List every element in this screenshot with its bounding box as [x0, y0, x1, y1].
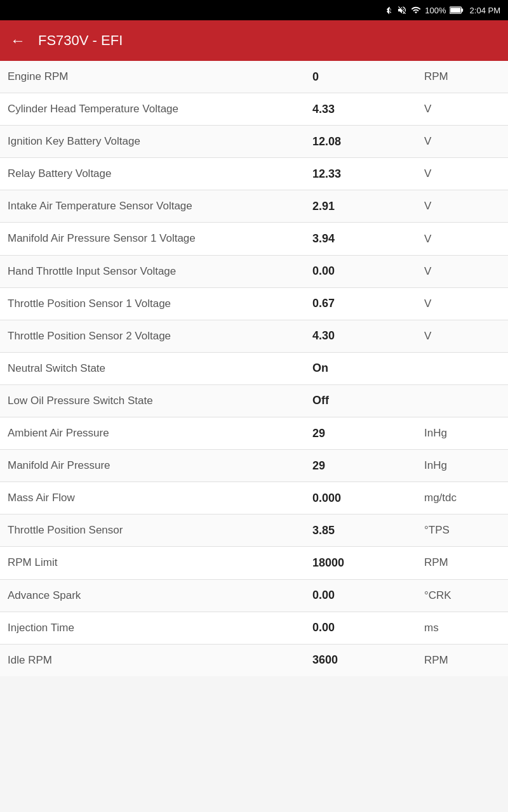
row-unit: InHg [417, 450, 508, 482]
row-label: Low Oil Pressure Switch State [0, 384, 305, 417]
row-label: Ignition Key Battery Voltage [0, 126, 305, 158]
row-unit: °TPS [417, 514, 508, 547]
row-label: Manifold Air Pressure Sensor 1 Voltage [0, 223, 305, 255]
table-row: Relay Battery Voltage12.33V [0, 158, 508, 190]
table-row: Throttle Position Sensor3.85°TPS [0, 514, 508, 547]
mute-icon [397, 5, 407, 15]
svg-rect-1 [450, 8, 460, 13]
row-value: 0.00 [305, 579, 417, 612]
row-label: Manifold Air Pressure [0, 450, 305, 482]
table-row: RPM Limit18000RPM [0, 547, 508, 579]
row-unit: °CRK [417, 579, 508, 612]
svg-rect-2 [461, 8, 463, 11]
row-value: On [305, 352, 417, 384]
row-unit [417, 352, 508, 384]
row-unit: V [417, 126, 508, 158]
row-value: Off [305, 384, 417, 417]
row-value: 4.30 [305, 320, 417, 352]
table-row: Ignition Key Battery Voltage12.08V [0, 126, 508, 158]
efi-data-table: Engine RPM0RPMCylinder Head Temperature … [0, 61, 508, 676]
row-label: Hand Throttle Input Sensor Voltage [0, 255, 305, 287]
row-label: RPM Limit [0, 547, 305, 579]
back-button[interactable]: ← [10, 32, 25, 49]
row-label: Engine RPM [0, 61, 305, 93]
row-unit: V [417, 223, 508, 255]
row-value: 3600 [305, 644, 417, 676]
row-value: 29 [305, 450, 417, 482]
row-label: Throttle Position Sensor 1 Voltage [0, 287, 305, 320]
row-value: 2.91 [305, 190, 417, 223]
row-label: Intake Air Temperature Sensor Voltage [0, 190, 305, 223]
row-unit: InHg [417, 417, 508, 450]
time-display: 2:04 PM [470, 6, 500, 15]
status-icons: 100% [385, 4, 463, 16]
table-row: Manifold Air Pressure Sensor 1 Voltage3.… [0, 223, 508, 255]
row-unit: V [417, 255, 508, 287]
table-row: Throttle Position Sensor 2 Voltage4.30V [0, 320, 508, 352]
row-unit: RPM [417, 61, 508, 93]
row-value: 4.33 [305, 93, 417, 126]
table-row: Hand Throttle Input Sensor Voltage0.00V [0, 255, 508, 287]
wifi-icon [410, 5, 422, 15]
row-value: 0.00 [305, 255, 417, 287]
row-unit: RPM [417, 547, 508, 579]
row-label: Injection Time [0, 612, 305, 644]
row-value: 12.08 [305, 126, 417, 158]
row-value: 29 [305, 417, 417, 450]
table-row: Ambient Air Pressure29InHg [0, 417, 508, 450]
row-value: 0.000 [305, 482, 417, 514]
row-label: Advance Spark [0, 579, 305, 612]
battery-text: 100% [425, 6, 446, 15]
battery-icon [450, 6, 464, 15]
table-row: Low Oil Pressure Switch StateOff [0, 384, 508, 417]
row-label: Ambient Air Pressure [0, 417, 305, 450]
table-row: Cylinder Head Temperature Voltage4.33V [0, 93, 508, 126]
row-value: 12.33 [305, 158, 417, 190]
row-unit [417, 384, 508, 417]
status-bar: 100% 2:04 PM [0, 0, 508, 20]
table-row: Manifold Air Pressure29InHg [0, 450, 508, 482]
row-label: Throttle Position Sensor [0, 514, 305, 547]
row-unit: RPM [417, 644, 508, 676]
row-unit: mg/tdc [417, 482, 508, 514]
bluetooth-icon [385, 4, 394, 16]
row-unit: V [417, 287, 508, 320]
app-bar: ← FS730V - EFI [0, 20, 508, 61]
row-unit: ms [417, 612, 508, 644]
table-row: Engine RPM0RPM [0, 61, 508, 93]
table-row: Neutral Switch StateOn [0, 352, 508, 384]
row-label: Relay Battery Voltage [0, 158, 305, 190]
page-title: FS730V - EFI [38, 32, 123, 49]
row-unit: V [417, 190, 508, 223]
table-row: Mass Air Flow0.000mg/tdc [0, 482, 508, 514]
table-row: Idle RPM3600RPM [0, 644, 508, 676]
row-value: 0.00 [305, 612, 417, 644]
row-value: 0 [305, 61, 417, 93]
row-label: Mass Air Flow [0, 482, 305, 514]
row-label: Throttle Position Sensor 2 Voltage [0, 320, 305, 352]
row-unit: V [417, 320, 508, 352]
row-unit: V [417, 93, 508, 126]
row-label: Idle RPM [0, 644, 305, 676]
row-unit: V [417, 158, 508, 190]
table-row: Injection Time0.00ms [0, 612, 508, 644]
row-value: 18000 [305, 547, 417, 579]
row-label: Cylinder Head Temperature Voltage [0, 93, 305, 126]
row-value: 3.85 [305, 514, 417, 547]
row-value: 0.67 [305, 287, 417, 320]
row-label: Neutral Switch State [0, 352, 305, 384]
row-value: 3.94 [305, 223, 417, 255]
table-row: Intake Air Temperature Sensor Voltage2.9… [0, 190, 508, 223]
table-row: Throttle Position Sensor 1 Voltage0.67V [0, 287, 508, 320]
table-row: Advance Spark0.00°CRK [0, 579, 508, 612]
